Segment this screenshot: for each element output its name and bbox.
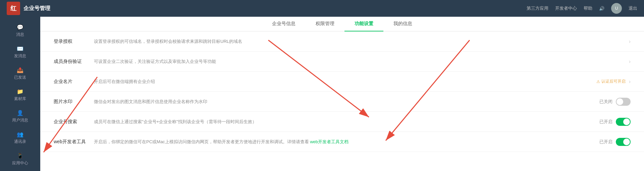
web-dev-tool-doc-link[interactable]: web开发者工具文档	[310, 139, 348, 144]
sidebar-label-contacts: 通讯录	[14, 139, 26, 145]
sidebar-label-user-msg: 用户消息	[12, 117, 28, 123]
biz-search-toggle[interactable]	[616, 118, 631, 126]
header: 红 企业号管理 第三方应用 开发者中心 帮助 🔊 U 退出	[0, 0, 644, 17]
header-left: 红 企业号管理	[7, 2, 50, 15]
sidebar-item-send[interactable]: ✉️ 发消息	[0, 41, 40, 63]
speaker-icon[interactable]: 🔊	[599, 6, 604, 11]
contacts-icon: 👥	[17, 131, 23, 138]
third-party-apps-nav[interactable]: 第三方应用	[527, 5, 548, 11]
app-center-icon: 📱	[17, 153, 23, 159]
logout-button[interactable]: 退出	[629, 5, 637, 11]
member-verify-action[interactable]: ›	[629, 59, 631, 65]
member-verify-arrow: ›	[629, 59, 631, 65]
header-title: 企业号管理	[23, 5, 50, 12]
biz-search-name: 企业号搜索	[54, 119, 94, 125]
web-dev-tool-action: 已开启	[599, 138, 631, 146]
user-msg-icon: 👤	[17, 110, 23, 116]
tab-my-info[interactable]: 我的信息	[383, 17, 422, 31]
settings-item-biz-search: 企业号搜索 成员可在微信上通过搜索"企业号+企业全称"找到该企业号（需等待一段时…	[40, 112, 644, 132]
help-nav[interactable]: 帮助	[584, 5, 592, 11]
biz-search-desc: 成员可在微信上通过搜索"企业号+企业全称"找到该企业号（需等待一段时间后生效）	[94, 118, 593, 125]
watermark-status: 已关闭	[599, 99, 612, 105]
web-dev-tool-toggle[interactable]	[616, 138, 631, 146]
settings-item-web-dev-tool: web开发者工具 开启后，你绑定的微信可在PC或Mac上模拟访问微信内网页，帮助…	[40, 132, 644, 152]
sidebar-item-user-msg[interactable]: 👤 用户消息	[0, 106, 40, 127]
watermark-toggle[interactable]	[616, 98, 631, 106]
web-dev-tool-name: web开发者工具	[54, 139, 94, 145]
sidebar-label-message: 消息	[16, 32, 24, 37]
biz-card-arrow: ›	[629, 79, 631, 85]
biz-card-name: 企业名片	[54, 79, 94, 85]
biz-card-desc: 开启后可在微信端拥有企业介绍	[94, 78, 590, 85]
sidebar-label-app-center: 应用中心	[12, 160, 28, 166]
web-dev-tool-desc-text1: 开启后，你绑定的微信可在PC或Mac上模拟访问微信内网页，帮助开发者更方便地进行…	[94, 139, 310, 144]
content: 企业号信息 权限管理 功能设置 我的信息 登录授权 设置登录授权的可信域名，登录…	[40, 17, 644, 171]
sidebar-label-send: 发消息	[14, 53, 26, 59]
material-icon: 📁	[17, 88, 23, 95]
sidebar-item-app-center[interactable]: 📱 应用中心	[0, 149, 40, 170]
sent-icon: 📤	[17, 67, 23, 73]
watermark-action: 已关闭	[599, 98, 631, 106]
developer-center-nav[interactable]: 开发者中心	[555, 5, 577, 11]
settings-list: 登录授权 设置登录授权的可信域名，登录授权时会校验请求来源和跳转目标URL的域名…	[40, 31, 644, 171]
sidebar-label-sent: 已发送	[14, 75, 26, 80]
settings-item-watermark: 图片水印 微信会对发出的图文消息和图片信息使用企业名称作为水印 已关闭	[40, 92, 644, 112]
biz-search-status: 已开启	[599, 119, 612, 125]
watermark-desc: 微信会对发出的图文消息和图片信息使用企业名称作为水印	[94, 98, 593, 105]
cert-notice: ⚠ 认证后可开启	[596, 79, 626, 84]
avatar-placeholder: U	[615, 6, 618, 11]
sidebar-item-contacts[interactable]: 👥 通讯录	[0, 127, 40, 149]
header-logo: 红	[7, 2, 20, 15]
login-auth-action[interactable]: ›	[629, 38, 631, 45]
biz-search-action: 已开启	[599, 118, 631, 126]
logo-text: 红	[10, 4, 16, 12]
settings-item-biz-card: 企业名片 开启后可在微信端拥有企业介绍 ⚠ 认证后可开启 ›	[40, 72, 644, 92]
send-icon: ✉️	[17, 46, 23, 52]
sidebar-item-message[interactable]: 💬 消息	[0, 20, 40, 41]
login-auth-name: 登录授权	[54, 38, 94, 45]
sidebar-label-material: 素材库	[14, 96, 26, 102]
sidebar: 💬 消息 ✉️ 发消息 📤 已发送 📁 素材库 👤 用户消息 👥 通讯录 📱 应…	[0, 17, 40, 171]
main-layout: 💬 消息 ✉️ 发消息 📤 已发送 📁 素材库 👤 用户消息 👥 通讯录 📱 应…	[0, 17, 644, 171]
cert-text: 认证后可开启	[601, 79, 626, 84]
message-icon: 💬	[17, 24, 23, 30]
avatar: U	[611, 3, 622, 14]
sidebar-item-sent[interactable]: 📤 已发送	[0, 63, 40, 84]
web-dev-tool-status: 已开启	[599, 139, 612, 145]
tabs: 企业号信息 权限管理 功能设置 我的信息	[40, 17, 644, 31]
login-auth-desc: 设置登录授权的可信域名，登录授权时会校验请求来源和跳转目标URL的域名	[94, 38, 622, 45]
watermark-name: 图片水印	[54, 99, 94, 105]
sidebar-item-material[interactable]: 📁 素材库	[0, 84, 40, 106]
tab-company-info[interactable]: 企业号信息	[262, 17, 306, 31]
settings-item-login-auth: 登录授权 设置登录授权的可信域名，登录授权时会校验请求来源和跳转目标URL的域名…	[40, 31, 644, 52]
header-right: 第三方应用 开发者中心 帮助 🔊 U 退出	[527, 3, 637, 14]
login-auth-arrow: ›	[629, 38, 631, 45]
warning-icon: ⚠	[596, 79, 600, 84]
tab-permission[interactable]: 权限管理	[306, 17, 344, 31]
member-verify-desc: 可设置企业二次验证，关注验证方式以及审批加入企业号等功能	[94, 58, 622, 65]
biz-card-action: ⚠ 认证后可开启 ›	[596, 79, 631, 85]
member-verify-name: 成员身份验证	[54, 59, 94, 65]
tab-function-settings[interactable]: 功能设置	[344, 17, 383, 31]
settings-item-member-verify: 成员身份验证 可设置企业二次验证，关注验证方式以及审批加入企业号等功能 ›	[40, 52, 644, 72]
web-dev-tool-desc: 开启后，你绑定的微信可在PC或Mac上模拟访问微信内网页，帮助开发者更方便地进行…	[94, 139, 593, 145]
